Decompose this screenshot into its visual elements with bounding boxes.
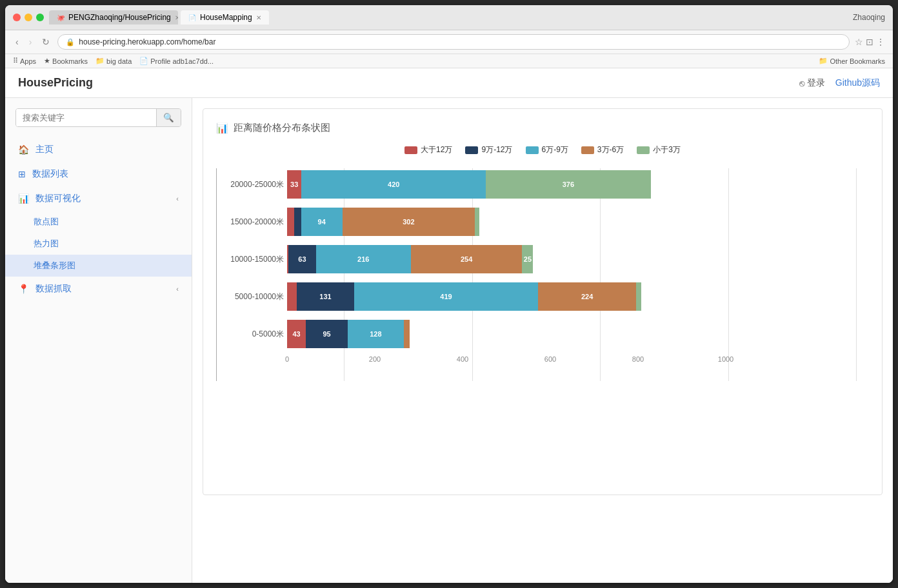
bar-row: 15000-20000米94302 bbox=[287, 206, 856, 238]
grid-line bbox=[856, 168, 857, 381]
bookmarks-label: Bookmarks bbox=[52, 57, 88, 65]
bar-chart-icon: 📊 bbox=[216, 122, 228, 134]
bar-segment: 43 bbox=[287, 320, 306, 348]
chart-legend: 大于12万 9万-12万 6万-9万 3万-6万 小于3万 bbox=[216, 144, 869, 155]
bar-segment: 224 bbox=[538, 282, 636, 311]
lock-icon: 🔒 bbox=[66, 38, 75, 46]
maximize-button[interactable] bbox=[36, 14, 44, 21]
reload-button[interactable]: ↻ bbox=[39, 35, 52, 48]
x-tick-label: 1000 bbox=[718, 355, 733, 363]
bookmark-bookmarks[interactable]: ★ Bookmarks bbox=[44, 57, 88, 65]
datacrawl-label: 数据抓取 bbox=[35, 283, 72, 295]
bar-segment: 376 bbox=[486, 170, 651, 199]
apps-label: Apps bbox=[20, 57, 36, 65]
sidebar: 🔍 🏠 主页 ⊞ 数据列表 📊 数据可视化 ‹ 散点图 bbox=[5, 98, 192, 583]
bar-segment: 131 bbox=[297, 282, 354, 311]
scatter-label: 散点图 bbox=[34, 217, 59, 226]
bookmark-profile[interactable]: 📄 Profile adb1ac7dd... bbox=[139, 57, 214, 65]
bar-row-label: 0-5000米 bbox=[216, 329, 284, 340]
bar-segment: 25 bbox=[522, 245, 533, 273]
star-bookmark-icon: ★ bbox=[44, 57, 50, 65]
forward-button[interactable]: › bbox=[26, 35, 35, 48]
legend-item: 大于12万 bbox=[404, 144, 452, 155]
tab2-close-icon[interactable]: ✕ bbox=[256, 14, 261, 21]
bar-chart: 20000-25000米3342037615000-20000米94302100… bbox=[216, 168, 869, 407]
x-tick-label: 200 bbox=[369, 355, 381, 363]
search-input[interactable] bbox=[16, 109, 156, 126]
apps-grid-icon: ⠿ bbox=[13, 57, 18, 65]
bar-actions: ☆ ⊡ ⋮ bbox=[855, 37, 885, 47]
title-bar: 🐙 PENGZhaoqing/HousePricing ✕ 📄 HouseMap… bbox=[5, 5, 893, 30]
x-tick-label: 600 bbox=[544, 355, 556, 363]
sidebar-item-heatmap[interactable]: 热力图 bbox=[5, 233, 192, 255]
bar-segment bbox=[404, 320, 410, 348]
screen-icon[interactable]: ⊡ bbox=[866, 37, 873, 47]
bar-row: 0-5000米4395128 bbox=[287, 318, 856, 350]
legend-color-swatch bbox=[526, 146, 539, 154]
user-label: Zhaoqing bbox=[853, 13, 885, 22]
app-logo: HousePricing bbox=[18, 76, 93, 90]
github-link[interactable]: Github源码 bbox=[835, 77, 880, 89]
search-button[interactable]: 🔍 bbox=[156, 109, 181, 126]
bar-segments: 131419224 bbox=[287, 282, 641, 311]
github-label: Github源码 bbox=[835, 77, 880, 88]
close-button[interactable] bbox=[13, 14, 21, 21]
star-icon[interactable]: ☆ bbox=[855, 37, 863, 47]
tab-github[interactable]: 🐙 PENGZhaoqing/HousePricing ✕ bbox=[49, 10, 178, 24]
x-axis: 02004006008001000 bbox=[287, 355, 726, 375]
search-box[interactable]: 🔍 bbox=[15, 108, 181, 127]
tab1-close-icon[interactable]: ✕ bbox=[175, 14, 178, 21]
folder-icon: 📁 bbox=[95, 57, 105, 65]
x-tick-label: 0 bbox=[285, 355, 289, 363]
legend-label: 3万-6万 bbox=[597, 144, 624, 155]
legend-item: 小于3万 bbox=[637, 144, 681, 155]
legend-item: 9万-12万 bbox=[465, 144, 512, 155]
url-bar[interactable]: 🔒 house-pricing.herokuapp.com/home/bar bbox=[57, 34, 850, 50]
bar-row: 5000-10000米131419224 bbox=[287, 280, 856, 313]
tab-housemapping[interactable]: 📄 HouseMapping ✕ bbox=[181, 10, 269, 24]
x-tick-label: 800 bbox=[632, 355, 644, 363]
home-icon: 🏠 bbox=[18, 144, 29, 155]
tab1-label: PENGZhaoqing/HousePricing bbox=[68, 13, 171, 22]
bar-segments: 33420376 bbox=[287, 170, 651, 199]
profile-label: Profile adb1ac7dd... bbox=[150, 57, 214, 65]
address-bar: ‹ › ↻ 🔒 house-pricing.herokuapp.com/home… bbox=[5, 30, 893, 54]
legend-label: 小于3万 bbox=[653, 144, 681, 155]
bar-segments: 4395128 bbox=[287, 320, 410, 348]
bar-segment: 128 bbox=[348, 320, 404, 348]
bar-segment bbox=[475, 208, 479, 236]
bar-row: 10000-15000米6321625425 bbox=[287, 243, 856, 275]
pin-icon: 📍 bbox=[18, 284, 29, 294]
github-favicon: 🐙 bbox=[57, 14, 65, 21]
chart-icon: 📊 bbox=[18, 193, 29, 204]
bar-segment bbox=[294, 208, 301, 236]
bigdata-label: big data bbox=[106, 57, 132, 65]
bar-row: 20000-25000米33420376 bbox=[287, 168, 856, 201]
bar-segment: 216 bbox=[316, 245, 411, 273]
login-button[interactable]: ⎋ 登录 bbox=[799, 77, 825, 89]
tabs-area: 🐙 PENGZhaoqing/HousePricing ✕ 📄 HouseMap… bbox=[49, 10, 848, 24]
sidebar-item-scatter[interactable]: 散点图 bbox=[5, 211, 192, 233]
sidebar-item-stackedbar[interactable]: 堆叠条形图 bbox=[5, 255, 192, 277]
back-button[interactable]: ‹ bbox=[13, 35, 21, 48]
bookmark-bigdata[interactable]: 📁 big data bbox=[95, 57, 132, 65]
bar-segment: 33 bbox=[287, 170, 301, 199]
datalist-label: 数据列表 bbox=[32, 168, 68, 180]
bookmark-other[interactable]: 📁 Other Bookmarks bbox=[819, 57, 885, 65]
bar-segment: 94 bbox=[301, 208, 343, 236]
chart-title-text: 距离随价格分布条状图 bbox=[234, 122, 330, 134]
legend-label: 6万-9万 bbox=[542, 144, 568, 155]
bar-segment bbox=[287, 208, 294, 236]
dataviz-label: 数据可视化 bbox=[35, 193, 81, 204]
sidebar-item-datalist[interactable]: ⊞ 数据列表 bbox=[5, 162, 192, 186]
bookmark-apps[interactable]: ⠿ Apps bbox=[13, 57, 36, 65]
table-icon: ⊞ bbox=[18, 169, 26, 179]
sidebar-item-datacrawl[interactable]: 📍 数据抓取 ‹ bbox=[5, 277, 192, 301]
minimize-button[interactable] bbox=[25, 14, 32, 21]
sidebar-item-home[interactable]: 🏠 主页 bbox=[5, 137, 192, 162]
tab2-label: HouseMapping bbox=[200, 13, 252, 22]
bar-segment: 302 bbox=[343, 208, 475, 236]
bar-row-label: 15000-20000米 bbox=[216, 217, 284, 228]
sidebar-item-dataviz[interactable]: 📊 数据可视化 ‹ bbox=[5, 186, 192, 211]
menu-icon[interactable]: ⋮ bbox=[876, 37, 885, 47]
